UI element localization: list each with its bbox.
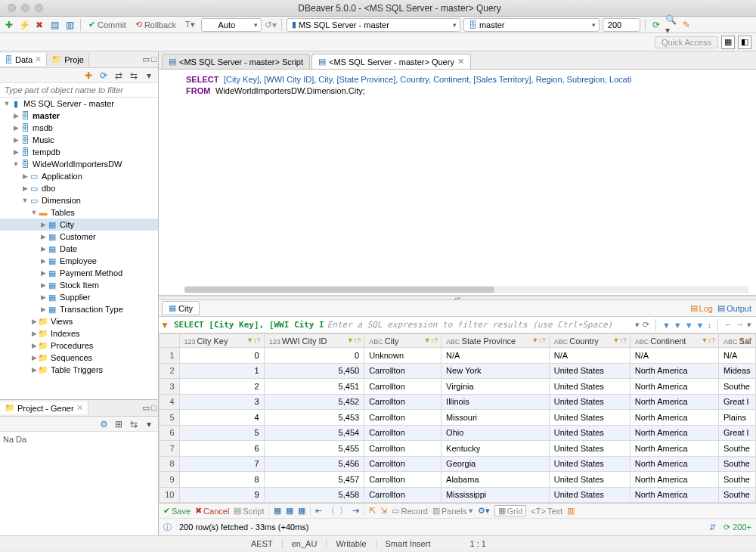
nav-collapse-icon[interactable]: ⇄ bbox=[113, 70, 125, 82]
commit-button[interactable]: ✔Commit bbox=[85, 19, 129, 30]
sql-editor-icon[interactable]: ▤ bbox=[48, 19, 60, 31]
nav-menu-icon[interactable]: ▾ bbox=[143, 70, 155, 82]
tree-item-dbo[interactable]: ▶▭dbo bbox=[0, 182, 158, 194]
filter-sort-icon[interactable]: ↕ bbox=[708, 321, 712, 330]
connection-select[interactable]: ▮ MS SQL Server - master bbox=[287, 18, 460, 32]
database-navigator-tree[interactable]: ▼▮MS SQL Server - master▶🗄master▶🗄msdb▶🗄… bbox=[0, 98, 158, 399]
cancel-button[interactable]: ✖ Cancel bbox=[195, 506, 229, 516]
filter-funnel-icon[interactable]: ▼ bbox=[662, 321, 671, 330]
proj-config-icon[interactable]: ⚙ bbox=[98, 418, 110, 430]
sql-editor[interactable]: SELECT [City Key], [WWI City ID], City, … bbox=[159, 70, 756, 296]
nav-refresh-icon[interactable]: ⟳ bbox=[98, 70, 110, 82]
tree-item-tempdb[interactable]: ▶🗄tempdb bbox=[0, 146, 158, 158]
tree-item-date[interactable]: ▶▦Date bbox=[0, 243, 158, 255]
proj-collapse-icon[interactable]: ⊞ bbox=[113, 418, 125, 430]
column-header-sal[interactable]: ABCSal▼↕? bbox=[719, 334, 756, 348]
tree-item-application[interactable]: ▶▭Application bbox=[0, 170, 158, 182]
tree-item-ms-sql-server-master[interactable]: ▼▮MS SQL Server - master bbox=[0, 98, 158, 110]
close-window-icon[interactable] bbox=[8, 4, 16, 12]
table-row[interactable]: 875,456CarrolltonGeorgiaUnited StatesNor… bbox=[160, 456, 756, 472]
maximize-view-icon[interactable]: □ bbox=[151, 54, 156, 64]
minimize-view-icon[interactable]: ▭ bbox=[142, 54, 150, 64]
text-mode-button[interactable]: <T> Text bbox=[531, 507, 562, 516]
tree-item-wideworldimportersdw[interactable]: ▼🗄WideWorldImportersDW bbox=[0, 158, 158, 170]
close-icon[interactable]: ✕ bbox=[457, 57, 464, 67]
tree-item-master[interactable]: ▶🗄master bbox=[0, 110, 158, 122]
tree-item-customer[interactable]: ▶▦Customer bbox=[0, 231, 158, 243]
nav-fwd-icon[interactable]: → bbox=[736, 320, 744, 330]
tree-item-msdb[interactable]: ▶🗄msdb bbox=[0, 122, 158, 134]
settings-icon[interactable]: ⚙▾ bbox=[478, 506, 490, 516]
record-button[interactable]: ▭ Record bbox=[392, 506, 427, 516]
nav-menu-icon[interactable]: ▾ bbox=[747, 320, 751, 330]
script-button[interactable]: ▤ Script bbox=[234, 506, 264, 516]
perspective-other-icon[interactable]: ◧ bbox=[738, 36, 751, 49]
maximize-view-icon[interactable]: □ bbox=[151, 403, 156, 413]
disconnect-icon[interactable]: ✖ bbox=[33, 19, 45, 31]
database-select[interactable]: 🗄 master bbox=[463, 18, 600, 32]
tree-item-music[interactable]: ▶🗄Music bbox=[0, 134, 158, 146]
fetch-more-button[interactable]: ⟳ 200+ bbox=[723, 523, 751, 532]
table-row[interactable]: 1095,458CarrolltonMississippiUnited Stat… bbox=[160, 487, 756, 503]
editor-tab-query[interactable]: ▤<MS SQL Server - master> Query✕ bbox=[311, 54, 471, 69]
quick-access-button[interactable]: Quick Access bbox=[655, 36, 718, 48]
new-sql-icon[interactable]: ⚡ bbox=[18, 19, 30, 31]
editor-tab-script[interactable]: ▤<MS SQL Server - master> Script bbox=[162, 54, 310, 69]
tree-item-employee[interactable]: ▶▦Employee bbox=[0, 255, 158, 267]
last-page-icon[interactable]: ⇥ bbox=[352, 506, 359, 516]
tab-projects[interactable]: 📁Proje bbox=[47, 53, 89, 66]
table-row[interactable]: 545,453CarrolltonMissouriUnited StatesNo… bbox=[160, 410, 756, 426]
filter-funnel3-icon[interactable]: ▼ bbox=[685, 321, 693, 330]
dup-row-icon[interactable]: ▦ bbox=[286, 506, 293, 516]
tree-item-sequences[interactable]: ▶📁Sequences bbox=[0, 352, 158, 364]
proj-link-icon[interactable]: ⇆ bbox=[128, 418, 140, 430]
new-connection-icon[interactable]: ✚ bbox=[3, 19, 15, 31]
proj-menu-icon[interactable]: ▾ bbox=[143, 418, 155, 430]
link-icon[interactable]: ⟳ bbox=[650, 19, 662, 31]
tree-item-transaction-type[interactable]: ▶▦Transaction Type bbox=[0, 303, 158, 315]
tree-item-dimension[interactable]: ▼▭Dimension bbox=[0, 194, 158, 206]
next-page-icon[interactable]: 〉 bbox=[339, 505, 348, 516]
tab-database-navigator[interactable]: 🗄Data✕ bbox=[0, 53, 47, 66]
filter-funnel4-icon[interactable]: ▼ bbox=[696, 321, 705, 330]
table-row[interactable]: 765,455CarrolltonKentuckyUnited StatesNo… bbox=[160, 441, 756, 457]
column-header-wwi-city-id[interactable]: 123WWI City ID▼↕? bbox=[264, 334, 364, 348]
zoom-window-icon[interactable] bbox=[35, 4, 43, 12]
result-tab-city[interactable]: ▦City bbox=[162, 301, 200, 315]
txn-log-icon[interactable]: ↺▾ bbox=[265, 19, 277, 31]
table-row[interactable]: 215,450CarrolltonNew YorkUnited StatesNo… bbox=[160, 363, 756, 379]
nav-back-icon[interactable]: ← bbox=[724, 320, 733, 330]
chart-icon[interactable]: ▥ bbox=[567, 506, 575, 516]
tree-item-stock-item[interactable]: ▶▦Stock Item bbox=[0, 279, 158, 291]
filter-funnel2-icon[interactable]: ▼ bbox=[674, 321, 682, 330]
save-button[interactable]: ✔ Save bbox=[163, 506, 191, 516]
editor-horizontal-scrollbar[interactable] bbox=[184, 286, 748, 293]
txn-mode-select[interactable]: Auto bbox=[201, 18, 262, 32]
tree-item-indexes[interactable]: ▶📁Indexes bbox=[0, 327, 158, 340]
column-header-continent[interactable]: ABCContinent▼↕? bbox=[630, 334, 718, 348]
filter-history-icon[interactable]: ▾ bbox=[635, 320, 640, 330]
perspective-dbeaver-icon[interactable]: ▦ bbox=[721, 36, 735, 49]
tree-item-views[interactable]: ▶📁Views bbox=[0, 315, 158, 327]
close-icon[interactable]: ✕ bbox=[76, 403, 83, 413]
results-grid[interactable]: 123City Key▼↕?123WWI City ID▼↕?ABCCity▼↕… bbox=[159, 333, 756, 503]
column-header-city-key[interactable]: 123City Key▼↕? bbox=[179, 334, 264, 348]
tree-item-city[interactable]: ▶▦City bbox=[0, 219, 158, 231]
tips-icon[interactable]: ✎ bbox=[680, 19, 692, 31]
nav-new-icon[interactable]: ✚ bbox=[82, 70, 94, 82]
add-row-icon[interactable]: ▦ bbox=[274, 506, 281, 516]
close-icon[interactable]: ✕ bbox=[35, 54, 42, 64]
rollback-button[interactable]: ⟲Rollback bbox=[132, 19, 179, 30]
row-limit-input[interactable]: 200 bbox=[603, 18, 640, 32]
search-icon[interactable]: 🔍▾ bbox=[665, 19, 677, 31]
scroll-results-icon[interactable]: ⇵ bbox=[709, 523, 716, 532]
tree-item-table-triggers[interactable]: ▶📁Table Triggers bbox=[0, 364, 158, 376]
del-row-icon[interactable]: ▦ bbox=[298, 506, 305, 516]
column-header-country[interactable]: ABCCountry▼↕? bbox=[549, 334, 630, 348]
first-page-icon[interactable]: ⇤ bbox=[315, 506, 322, 516]
output-button[interactable]: ▤ Output bbox=[717, 303, 751, 313]
tree-item-payment-method[interactable]: ▶▦Payment Method bbox=[0, 267, 158, 279]
tree-item-tables[interactable]: ▼▬Tables bbox=[0, 206, 158, 219]
filter-toggle-icon[interactable]: ▼ bbox=[159, 319, 171, 331]
navigator-filter-input[interactable] bbox=[0, 83, 158, 98]
